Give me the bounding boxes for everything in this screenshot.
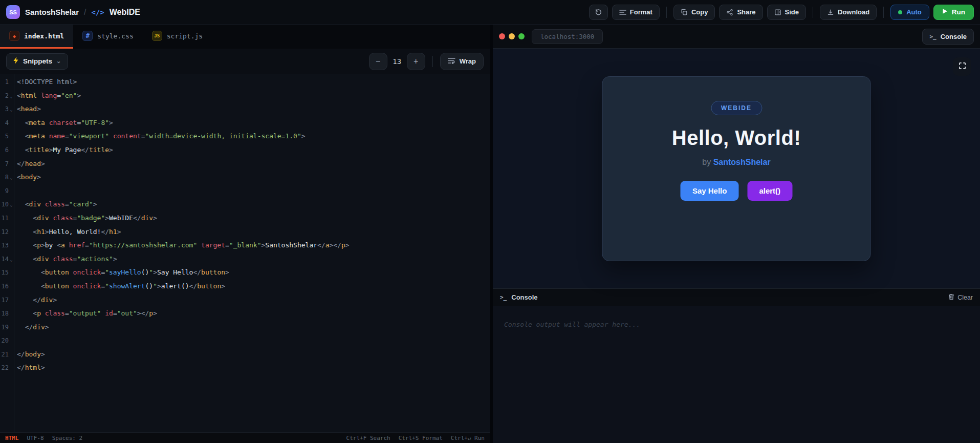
line-number: 13 xyxy=(0,239,9,252)
code-line[interactable]: <html lang="en"> xyxy=(17,89,490,103)
gutter-cell: 2⌄ xyxy=(0,89,14,103)
line-number: 15 xyxy=(0,266,9,280)
code-token: < xyxy=(33,214,37,222)
code-line[interactable]: </div> xyxy=(17,321,490,334)
code-token: id xyxy=(105,309,113,317)
clear-console-button[interactable]: Clear xyxy=(948,293,973,302)
code-line[interactable]: <meta charset="UTF-8"> xyxy=(17,116,490,130)
fold-caret-icon[interactable]: ⌄ xyxy=(9,253,14,267)
traffic-light-green xyxy=(518,33,525,39)
wrap-toggle-button[interactable]: Wrap xyxy=(440,53,484,70)
code-token: by xyxy=(45,241,57,249)
code-line[interactable]: <h1>Hello, World!</h1> xyxy=(17,225,490,239)
tab-script-js[interactable]: JS script.js xyxy=(143,25,212,49)
code-token: showAlert xyxy=(109,282,145,290)
code-line[interactable]: <meta name="viewport" content="width=dev… xyxy=(17,130,490,143)
code-line[interactable]: <!DOCTYPE html> xyxy=(17,75,490,89)
shortcut-run: Ctrl+↵ Run xyxy=(451,435,485,441)
fold-caret-icon[interactable]: ⌄ xyxy=(9,103,14,117)
code-token: div xyxy=(29,200,40,208)
code-editor[interactable]: 12⌄3⌄45678⌄910⌄11121314⌄1516171819202122… xyxy=(0,74,490,432)
code-token: My Page xyxy=(53,146,81,154)
author-link[interactable]: SantoshShelar xyxy=(713,158,771,166)
gutter-cell: 3⌄ xyxy=(0,102,14,116)
code-token: "en" xyxy=(61,92,77,99)
tab-style-css[interactable]: # style.css xyxy=(73,25,142,49)
lightning-icon xyxy=(13,57,19,66)
code-token: title xyxy=(29,146,49,154)
code-line[interactable]: <head> xyxy=(17,102,490,116)
copy-button[interactable]: Copy xyxy=(673,5,715,20)
fold-caret-icon[interactable]: ⌄ xyxy=(9,198,14,212)
code-token: </ xyxy=(193,268,201,276)
code-line[interactable]: <div class="badge">WebIDE</div> xyxy=(17,212,490,225)
code-token: p xyxy=(149,309,153,317)
code-line[interactable]: <p class="output" id="out"></p> xyxy=(17,307,490,321)
line-number: 5 xyxy=(0,130,9,143)
code-line[interactable]: </head> xyxy=(17,157,490,171)
font-increase-button[interactable]: + xyxy=(407,53,425,70)
code-token: < xyxy=(57,241,61,249)
code-token: head xyxy=(25,160,41,167)
code-token: "output" xyxy=(69,309,101,317)
code-token: </ xyxy=(317,241,325,249)
code-line[interactable]: <button onclick="showAlert()">alert()</b… xyxy=(17,280,490,293)
code-token: > xyxy=(37,173,41,181)
say-hello-button[interactable]: Say Hello xyxy=(681,181,739,201)
code-token xyxy=(17,255,33,263)
card-actions: Say Hello alert() xyxy=(681,181,792,201)
fullscreen-button[interactable] xyxy=(953,57,971,76)
snippets-dropdown[interactable]: Snippets ⌄ xyxy=(6,53,68,70)
alert-button[interactable]: alert() xyxy=(747,181,792,201)
reset-button[interactable] xyxy=(589,5,608,20)
code-token xyxy=(197,241,201,249)
code-line[interactable] xyxy=(17,184,490,198)
code-line[interactable]: <div class="actions"> xyxy=(17,252,490,266)
project-name: SantoshShelar xyxy=(25,8,79,16)
code-token: > xyxy=(153,268,157,276)
code-token: a xyxy=(61,241,65,249)
terminal-icon: >_ xyxy=(929,33,936,40)
wrap-label: Wrap xyxy=(460,57,476,65)
code-token: " xyxy=(105,282,109,290)
code-line[interactable] xyxy=(17,334,490,348)
preview-pane: localhost:3000 >_ Console WEBIDE Hello, … xyxy=(493,25,980,443)
gutter-cell: 20 xyxy=(0,334,14,348)
code-line[interactable]: <div class="card"> xyxy=(17,198,490,212)
shortcut-search: Ctrl+F Search xyxy=(346,435,390,441)
line-number: 9 xyxy=(0,184,9,198)
format-button[interactable]: Format xyxy=(612,5,660,20)
code-token: " xyxy=(149,268,153,276)
code-line[interactable]: <body> xyxy=(17,171,490,184)
fold-caret-icon[interactable]: ⌄ xyxy=(9,90,14,103)
run-button[interactable]: Run xyxy=(933,5,974,20)
code-line[interactable]: <p>by <a href="https://santoshshelar.com… xyxy=(17,239,490,252)
snippets-label: Snippets xyxy=(23,57,52,65)
gutter-cell: 19 xyxy=(0,321,14,334)
share-button[interactable]: Share xyxy=(719,5,763,20)
code-token: target xyxy=(201,241,225,249)
code-token: ></ xyxy=(137,309,149,317)
gutter-cell: 9 xyxy=(0,184,14,198)
code-line[interactable]: <title>My Page</title> xyxy=(17,143,490,157)
download-button[interactable]: Download xyxy=(820,5,877,20)
reset-icon xyxy=(595,8,602,16)
code-line[interactable]: <button onclick="sayHello()">Say Hello</… xyxy=(17,266,490,280)
tab-index-html[interactable]: ◆ index.html xyxy=(0,25,73,49)
code-line[interactable]: </body> xyxy=(17,348,490,362)
console-toggle-button[interactable]: >_ Console xyxy=(922,29,974,45)
code-token: > xyxy=(41,241,45,249)
code-token: button xyxy=(197,282,221,290)
gutter-cell: 6 xyxy=(0,143,14,157)
code-token: a xyxy=(325,241,330,249)
code-line[interactable]: </html> xyxy=(17,361,490,375)
fold-caret-icon[interactable]: ⌄ xyxy=(9,171,14,185)
code-token: "actions" xyxy=(77,255,113,263)
file-tabs: ◆ index.html # style.css JS script.js xyxy=(0,25,490,49)
code-token: > xyxy=(225,268,229,276)
code-line[interactable]: </div> xyxy=(17,293,490,307)
side-layout-button[interactable]: Side xyxy=(767,5,806,20)
breadcrumb: SS SantoshShelar / </> WebIDE xyxy=(6,5,140,19)
auto-toggle[interactable]: Auto xyxy=(890,5,929,20)
font-decrease-button[interactable]: − xyxy=(369,53,387,70)
